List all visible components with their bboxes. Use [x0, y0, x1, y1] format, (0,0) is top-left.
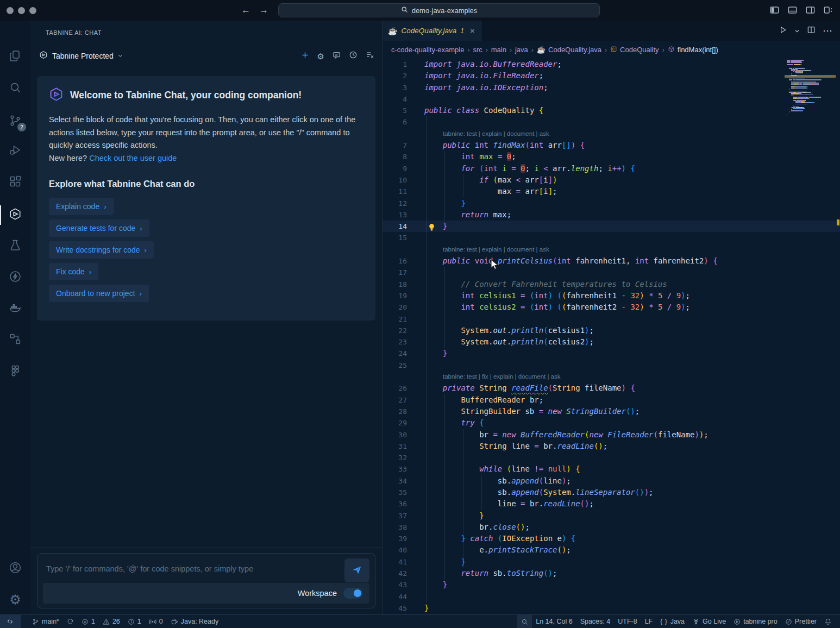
- code-row[interactable]: 26 private String readFile(String fileNa…: [383, 382, 840, 394]
- activity-item-extensions[interactable]: [0, 169, 30, 196]
- explore-button-onboard-to-new-project[interactable]: Onboard to new project›: [49, 285, 149, 302]
- code-row[interactable]: 28 StringBuilder sb = new StringBuilder(…: [383, 406, 840, 417]
- code-row[interactable]: 40 e.printStackTrace();: [383, 544, 840, 556]
- activity-item-account[interactable]: [0, 556, 30, 582]
- status-ports[interactable]: 0: [145, 615, 167, 628]
- status-cursor-position[interactable]: Ln 14, Col 6: [532, 615, 576, 628]
- code-row[interactable]: 34 sb.append(line);: [383, 475, 840, 487]
- command-center-search[interactable]: demo-java-examples: [278, 3, 600, 17]
- code-row[interactable]: 22 System.out.println(celsius1);: [383, 325, 840, 336]
- new-chat-button[interactable]: [301, 51, 309, 61]
- history-icon[interactable]: [349, 51, 358, 61]
- breadcrumb-item[interactable]: src: [473, 46, 482, 54]
- send-button[interactable]: [344, 558, 369, 582]
- chat-input[interactable]: Type '/' for commands, '@' for code snip…: [46, 564, 337, 573]
- back-icon[interactable]: ←: [241, 5, 250, 16]
- activity-item-source-control[interactable]: 2: [0, 109, 30, 135]
- code-row[interactable]: 30 br = new BufferedReader(new FileReade…: [383, 429, 840, 441]
- code-row[interactable]: 23 System.out.println(celsius2);: [383, 336, 840, 348]
- code-row[interactable]: 32: [383, 452, 840, 463]
- activity-item-docker[interactable]: [0, 296, 30, 322]
- breadcrumb-item[interactable]: CodeQuality: [610, 46, 659, 54]
- code-row[interactable]: 12 }: [383, 198, 840, 209]
- code-row[interactable]: 10 if (max < arr[i]): [383, 174, 840, 186]
- code-row[interactable]: 5public class CodeQuality {: [383, 105, 840, 116]
- minimize-window-button[interactable]: [18, 7, 25, 14]
- code-row[interactable]: 41 }: [383, 556, 840, 568]
- close-tab-icon[interactable]: ×: [470, 26, 475, 35]
- minimap[interactable]: [787, 60, 832, 115]
- status-tabnine-pro[interactable]: tabnine pro: [730, 615, 781, 628]
- tabnine-codelens[interactable]: tabnine: test | fix | explain | document…: [443, 371, 561, 382]
- explore-button-explain-code[interactable]: Explain code›: [49, 198, 114, 215]
- tabnine-codelens[interactable]: tabnine: test | explain | document | ask: [443, 128, 549, 140]
- activity-item-settings[interactable]: ⚙: [0, 587, 30, 613]
- activity-item-power[interactable]: [0, 265, 30, 291]
- code-row[interactable]: 38 br.close();: [383, 522, 840, 533]
- breadcrumb-item[interactable]: findMax(int[]): [668, 46, 718, 54]
- split-editor-icon[interactable]: [807, 26, 816, 36]
- code-row[interactable]: 16 public void printCelsius(int fahrenhe…: [383, 255, 840, 267]
- activity-item-design[interactable]: [0, 359, 30, 385]
- status-git-branch[interactable]: main*: [28, 615, 63, 628]
- workspace-toggle[interactable]: [343, 588, 363, 599]
- breadcrumb-item[interactable]: java: [515, 46, 528, 54]
- model-selector[interactable]: Tabnine Protected: [52, 52, 114, 60]
- code-row[interactable]: 27 BufferedReader br;: [383, 394, 840, 406]
- status-infos[interactable]: 1: [124, 615, 145, 628]
- code-row[interactable]: 4: [383, 93, 840, 105]
- layout-sidebar-right-icon[interactable]: [805, 5, 816, 15]
- status-go-live[interactable]: Go Live: [688, 615, 730, 628]
- status-notifications[interactable]: [820, 615, 836, 628]
- code-row[interactable]: 29 try {: [383, 417, 840, 429]
- code-row[interactable]: 35 sb.append(System.lineSeparator());: [383, 487, 840, 498]
- status-warnings[interactable]: 26: [99, 615, 124, 628]
- layout-panel-icon[interactable]: [787, 5, 798, 15]
- code-row[interactable]: 33 while (line != null) {: [383, 463, 840, 475]
- code-row[interactable]: 14 }: [383, 221, 840, 232]
- activity-item-remote-explorer[interactable]: [0, 327, 30, 353]
- code-row[interactable]: 37 }: [383, 510, 840, 522]
- code-row[interactable]: 24 }: [383, 348, 840, 359]
- code-row[interactable]: 25: [383, 360, 840, 371]
- code-row[interactable]: 43 }: [383, 579, 840, 591]
- code-row[interactable]: 42 return sb.toString();: [383, 568, 840, 579]
- code-row[interactable]: 36 line = br.readLine();: [383, 498, 840, 510]
- ellipsis-icon[interactable]: ⋯: [823, 25, 832, 37]
- code-row[interactable]: 31 String line = br.readLine();: [383, 441, 840, 452]
- status-eol[interactable]: LF: [641, 615, 657, 628]
- code-row[interactable]: 7 public int findMax(int arr[]) {: [383, 140, 840, 151]
- code-row[interactable]: 44: [383, 591, 840, 602]
- breadcrumb-item[interactable]: main: [491, 46, 506, 54]
- gear-icon[interactable]: ⚙: [317, 52, 324, 60]
- explore-button-fix-code[interactable]: Fix code›: [49, 263, 98, 280]
- clear-list-icon[interactable]: [366, 51, 374, 61]
- status-errors[interactable]: 1: [78, 615, 99, 628]
- code-row[interactable]: 39 } catch (IOException e) {: [383, 533, 840, 544]
- code-row[interactable]: 18 // Convert Fahrenheit temperatures to…: [383, 279, 840, 290]
- status-indentation[interactable]: Spaces: 4: [576, 615, 615, 628]
- explore-button-generate-tests-for-code[interactable]: Generate tests for code›: [49, 219, 149, 237]
- status-zoom[interactable]: [517, 615, 532, 628]
- breadcrumb-item[interactable]: ☕CodeQuality.java: [537, 46, 601, 54]
- activity-item-testing[interactable]: [0, 233, 30, 259]
- codelens-row[interactable]: tabnine: test | explain | document | ask: [383, 244, 840, 255]
- activity-item-search[interactable]: [0, 76, 30, 102]
- status-java-status[interactable]: Java: Ready: [167, 615, 222, 628]
- user-guide-link[interactable]: Check out the user guide: [89, 154, 177, 162]
- tabnine-codelens[interactable]: tabnine: test | explain | document | ask: [443, 244, 549, 255]
- code-row[interactable]: 13 return max;: [383, 209, 840, 221]
- code-row[interactable]: 11 max = arr[i];: [383, 186, 840, 197]
- breadcrumb-item[interactable]: c-code-quality-example: [391, 46, 464, 54]
- run-icon[interactable]: [779, 26, 787, 36]
- forward-icon[interactable]: →: [259, 5, 268, 16]
- code-row[interactable]: 15: [383, 232, 840, 243]
- code-row[interactable]: 21: [383, 313, 840, 325]
- code-row[interactable]: 2import java.io.FileReader;: [383, 70, 840, 81]
- code-row[interactable]: 6: [383, 116, 840, 128]
- layout-sidebar-left-icon[interactable]: [769, 5, 780, 15]
- code-row[interactable]: 20 int celsius2 = (int) ((fahrenheit2 - …: [383, 302, 840, 313]
- tab-codequality[interactable]: ☕ CodeQuality.java 1 ×: [383, 21, 482, 41]
- chevron-down-icon[interactable]: [117, 51, 123, 61]
- code-row[interactable]: 3import java.io.IOException;: [383, 82, 840, 93]
